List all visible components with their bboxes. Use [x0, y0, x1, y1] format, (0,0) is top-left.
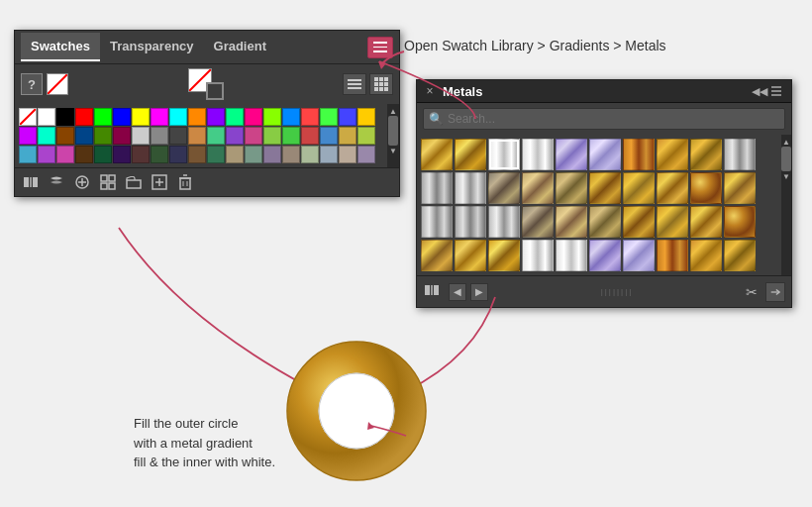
swatch-cell-28[interactable]	[207, 127, 225, 145]
metal-swatch-r2-8[interactable]	[690, 206, 722, 238]
swatch-cell-30[interactable]	[245, 127, 262, 145]
swatch-cell-42[interactable]	[113, 146, 131, 163]
swatch-cell-29[interactable]	[226, 127, 244, 145]
metals-resize-grip[interactable]: ||||||||	[496, 287, 738, 296]
swatch-cell-53[interactable]	[320, 146, 338, 163]
metal-swatch-11[interactable]	[455, 172, 486, 204]
metals-scroll-up[interactable]: ▲	[781, 137, 791, 147]
swatch-cell-34[interactable]	[320, 127, 338, 145]
swatch-cell-17[interactable]	[357, 108, 375, 126]
metal-swatch-r2-13[interactable]	[522, 240, 554, 271]
swatch-cell-10[interactable]	[226, 108, 244, 126]
swatch-cell-12[interactable]	[263, 108, 281, 126]
scrollbar-thumb[interactable]	[388, 116, 398, 146]
tab-transparency[interactable]: Transparency	[100, 33, 204, 61]
swatch-cell-33[interactable]	[301, 127, 319, 145]
grid-view-button[interactable]	[369, 73, 393, 95]
metal-swatch-r2-19[interactable]	[724, 240, 756, 271]
delete-swatch-icon[interactable]	[175, 172, 195, 192]
swatch-cell-51[interactable]	[282, 146, 300, 163]
metal-swatch-r2-2[interactable]	[488, 206, 520, 238]
metals-swatch-lib-icon[interactable]	[423, 281, 441, 302]
swatch-cell-26[interactable]	[169, 127, 187, 145]
swatch-cell-54[interactable]	[339, 146, 356, 163]
metals-options-button[interactable]	[765, 282, 785, 302]
swatch-cell-40[interactable]	[75, 146, 93, 163]
metal-swatch-r2-6[interactable]	[623, 206, 655, 238]
swatch-cell-20[interactable]	[56, 127, 74, 145]
swatch-cell-15[interactable]	[320, 108, 338, 126]
swatch-cell-19[interactable]	[38, 127, 55, 145]
metal-swatch-6[interactable]	[623, 139, 655, 170]
swatch-cell-31[interactable]	[263, 127, 281, 145]
swatch-cell-36[interactable]	[357, 127, 375, 145]
metal-swatch-r2-14[interactable]	[556, 240, 587, 271]
swatch-cell-13[interactable]	[282, 108, 300, 126]
metal-swatch-3[interactable]	[522, 139, 554, 170]
metal-swatch-19[interactable]	[724, 172, 756, 204]
swatch-cell-0[interactable]	[38, 108, 55, 126]
swatch-options-icon[interactable]	[98, 172, 118, 192]
swatch-cell-3[interactable]	[94, 108, 112, 126]
metal-swatch-17[interactable]	[657, 172, 688, 204]
show-kind-menu-icon[interactable]	[47, 172, 66, 192]
metal-swatch-16[interactable]	[623, 172, 655, 204]
metals-scroll-thumb[interactable]	[781, 147, 791, 171]
swatch-cell-1[interactable]	[56, 108, 74, 126]
swatch-cell-21[interactable]	[75, 127, 93, 145]
swatch-cell-14[interactable]	[301, 108, 319, 126]
swatch-cell-24[interactable]	[132, 127, 150, 145]
folder-icon[interactable]	[124, 172, 144, 192]
swatch-cell-22[interactable]	[94, 127, 112, 145]
metal-swatch-9[interactable]	[724, 139, 756, 170]
metals-menu-button[interactable]	[767, 83, 785, 99]
swatch-lib-icon[interactable]	[21, 172, 41, 192]
metals-next-button[interactable]: ▶	[470, 283, 488, 301]
swatch-cell-11[interactable]	[245, 108, 262, 126]
new-color-group-icon[interactable]	[72, 172, 92, 192]
metals-scroll-down[interactable]: ▼	[781, 171, 791, 181]
metal-swatch-4[interactable]	[556, 139, 587, 170]
metal-swatch-r2-17[interactable]	[657, 240, 688, 271]
metal-swatch-r2-3[interactable]	[522, 206, 554, 238]
list-view-button[interactable]	[343, 73, 366, 95]
swatch-cell-6[interactable]	[151, 108, 168, 126]
metal-swatch-1[interactable]	[455, 139, 486, 170]
swatch-cell-2[interactable]	[75, 108, 93, 126]
swatch-cell-9[interactable]	[207, 108, 225, 126]
metal-swatch-r2-0[interactable]	[421, 206, 453, 238]
metal-swatch-r2-10[interactable]	[421, 240, 453, 271]
metal-swatch-18[interactable]	[690, 172, 722, 204]
metal-swatch-r2-11[interactable]	[455, 240, 486, 271]
new-swatch-icon[interactable]	[150, 172, 169, 192]
metals-collapse-button[interactable]: ◀◀	[752, 85, 767, 98]
metal-swatch-r2-18[interactable]	[690, 240, 722, 271]
swatch-cell-47[interactable]	[207, 146, 225, 163]
swatch-cell-46[interactable]	[188, 146, 206, 163]
swatch-cell-49[interactable]	[245, 146, 262, 163]
metal-swatch-0[interactable]	[421, 139, 453, 170]
swatch-cell-23[interactable]	[113, 127, 131, 145]
swatch-cell-5[interactable]	[132, 108, 150, 126]
swatch-cell-55[interactable]	[357, 146, 375, 163]
swatch-cell-4[interactable]	[113, 108, 131, 126]
metal-swatch-2[interactable]	[488, 139, 520, 170]
metal-swatch-7[interactable]	[657, 139, 688, 170]
scroll-up-arrow[interactable]: ▲	[388, 106, 398, 116]
swatch-cell-48[interactable]	[226, 146, 244, 163]
swatch-cell-32[interactable]	[282, 127, 300, 145]
swatch-cell-18[interactable]	[19, 127, 37, 145]
swatch-cell-44[interactable]	[151, 146, 168, 163]
metal-swatch-r2-15[interactable]	[589, 240, 621, 271]
metals-prev-button[interactable]: ◀	[449, 283, 466, 301]
swatch-none[interactable]	[19, 108, 37, 126]
swatch-cell-52[interactable]	[301, 146, 319, 163]
swatch-cell-27[interactable]	[188, 127, 206, 145]
swatch-cell-45[interactable]	[169, 146, 187, 163]
tab-swatches[interactable]: Swatches	[21, 33, 100, 61]
metal-swatch-r2-12[interactable]	[488, 240, 520, 271]
swatch-cell-25[interactable]	[151, 127, 168, 145]
swatch-cell-35[interactable]	[339, 127, 356, 145]
scroll-down-arrow[interactable]: ▼	[388, 146, 398, 155]
metals-scrollbar[interactable]: ▲ ▼	[781, 135, 791, 275]
